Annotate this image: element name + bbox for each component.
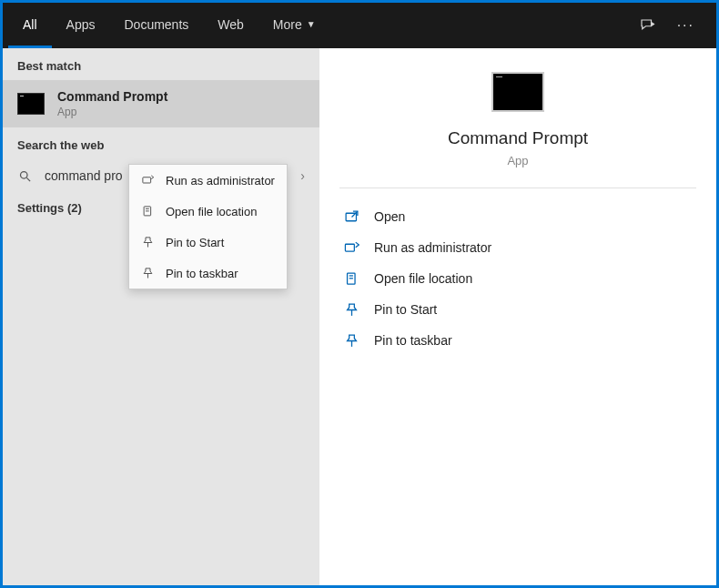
preview-title: Command Prompt [448,128,588,148]
more-options-icon[interactable]: ··· [677,17,694,34]
svg-line-1 [26,177,30,181]
chevron-right-icon: › [300,168,305,183]
preview-panel: Command Prompt App Open Run as administr… [319,48,716,585]
ctx-pin-start-label: Pin to Start [166,236,224,249]
context-menu: Run as administrator Open file location … [128,164,288,289]
tab-more-label: More [273,17,302,32]
ctx-pin-taskbar[interactable]: Pin to taskbar [129,258,287,289]
open-icon [343,208,360,225]
pin-start-icon [343,301,360,318]
best-match-title: Command Prompt [57,89,167,104]
tab-more[interactable]: More ▼ [258,3,330,48]
command-prompt-icon [17,93,45,115]
action-open-location[interactable]: Open file location [343,263,693,294]
pin-taskbar-icon [343,332,360,349]
chevron-down-icon: ▼ [307,19,316,29]
filter-tabs-bar: All Apps Documents Web More ▼ ··· [3,3,716,48]
tab-web[interactable]: Web [203,3,258,48]
search-web-header: Search the web [3,127,319,159]
command-prompt-icon-large [491,72,544,112]
folder-icon [343,270,360,287]
action-open-location-label: Open file location [374,271,472,286]
action-pin-taskbar[interactable]: Pin to taskbar [343,325,693,356]
action-pin-taskbar-label: Pin to taskbar [374,333,452,348]
preview-subtitle: App [507,154,528,167]
results-panel: Best match Command Prompt App Search the… [3,48,319,585]
ctx-open-location-label: Open file location [166,205,257,218]
tab-documents[interactable]: Documents [109,3,203,48]
ctx-run-as-admin[interactable]: Run as administrator [129,165,287,196]
folder-icon [140,204,155,218]
ctx-open-location[interactable]: Open file location [129,196,287,227]
action-run-admin-label: Run as administrator [374,240,491,255]
best-match-result[interactable]: Command Prompt App [3,80,319,127]
pin-start-icon [140,235,155,249]
feedback-icon[interactable] [639,17,655,34]
search-window: All Apps Documents Web More ▼ ··· Best m… [3,3,716,585]
best-match-text: Command Prompt App [57,89,167,118]
svg-point-0 [20,171,27,178]
preview-header: Command Prompt App [339,72,696,188]
action-open-label: Open [374,209,405,224]
search-icon [17,168,32,183]
action-run-admin[interactable]: Run as administrator [343,232,693,263]
ctx-run-admin-label: Run as administrator [166,174,275,188]
tab-all[interactable]: All [8,3,52,48]
best-match-subtitle: App [57,106,167,118]
tab-apps[interactable]: Apps [52,3,110,48]
ctx-pin-start[interactable]: Pin to Start [129,227,287,258]
action-pin-start-label: Pin to Start [374,302,437,317]
tabs-right-controls: ··· [639,3,711,48]
svg-rect-10 [345,244,354,251]
pin-taskbar-icon [140,266,155,280]
action-pin-start[interactable]: Pin to Start [343,294,693,325]
action-open[interactable]: Open [343,201,693,232]
ctx-pin-taskbar-label: Pin to taskbar [166,267,238,280]
main-area: Best match Command Prompt App Search the… [3,48,716,585]
run-admin-icon [343,239,360,256]
web-search-text: command pro [45,168,123,183]
tabs-spacer [330,3,639,48]
svg-rect-2 [142,177,150,182]
run-admin-icon [140,173,155,188]
action-list: Open Run as administrator Open file loca… [319,188,716,369]
best-match-header: Best match [3,48,319,80]
